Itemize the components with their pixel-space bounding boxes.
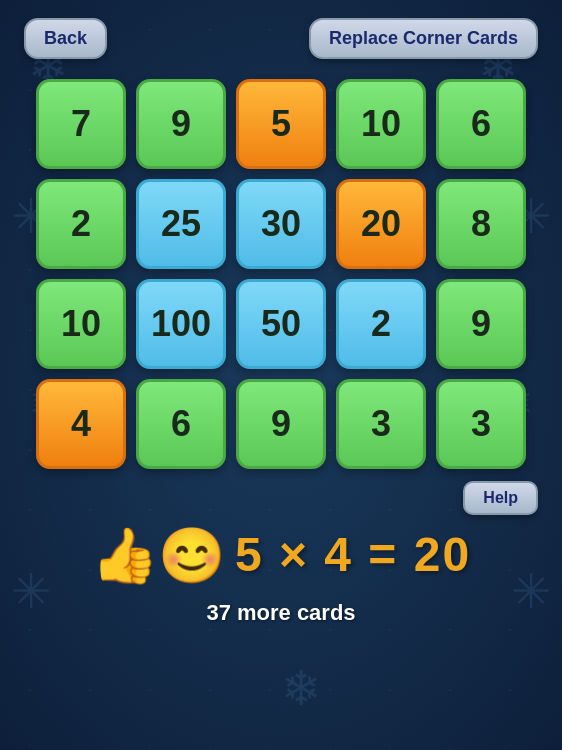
- more-cards-label: 37 more cards: [206, 600, 355, 626]
- card-grid: 7951062253020810100502946933: [36, 79, 526, 469]
- card-12[interactable]: 50: [236, 279, 326, 369]
- card-14[interactable]: 9: [436, 279, 526, 369]
- card-1[interactable]: 9: [136, 79, 226, 169]
- help-button[interactable]: Help: [463, 481, 538, 515]
- card-16[interactable]: 6: [136, 379, 226, 469]
- card-5[interactable]: 2: [36, 179, 126, 269]
- card-2[interactable]: 5: [236, 79, 326, 169]
- card-0[interactable]: 7: [36, 79, 126, 169]
- card-11[interactable]: 100: [136, 279, 226, 369]
- replace-corner-cards-button[interactable]: Replace Corner Cards: [309, 18, 538, 59]
- card-15[interactable]: 4: [36, 379, 126, 469]
- equation-row: 👍😊 5 × 4 = 20: [91, 527, 471, 582]
- equation-text: 5 × 4 = 20: [235, 527, 471, 582]
- card-4[interactable]: 6: [436, 79, 526, 169]
- card-13[interactable]: 2: [336, 279, 426, 369]
- card-6[interactable]: 25: [136, 179, 226, 269]
- card-19[interactable]: 3: [436, 379, 526, 469]
- card-8[interactable]: 20: [336, 179, 426, 269]
- card-9[interactable]: 8: [436, 179, 526, 269]
- card-17[interactable]: 9: [236, 379, 326, 469]
- card-7[interactable]: 30: [236, 179, 326, 269]
- card-10[interactable]: 10: [36, 279, 126, 369]
- thumbs-up-emoji: 👍😊: [91, 528, 225, 582]
- back-button[interactable]: Back: [24, 18, 107, 59]
- card-18[interactable]: 3: [336, 379, 426, 469]
- card-3[interactable]: 10: [336, 79, 426, 169]
